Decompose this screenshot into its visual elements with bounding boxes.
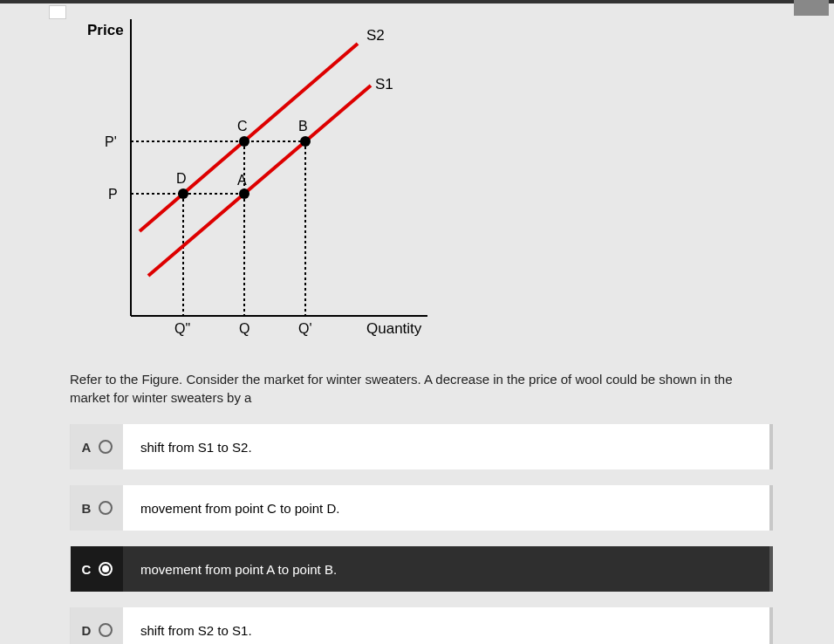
option-a[interactable]: A shift from S1 to S2.	[70, 424, 773, 469]
point-a-label: A	[237, 173, 247, 188]
point-d	[178, 188, 188, 199]
option-b-letter-box: B	[71, 485, 123, 531]
option-c-text: movement from point A to point B.	[123, 562, 337, 577]
y-tick-p-prime: P'	[105, 134, 117, 149]
option-d[interactable]: D shift from S2 to S1.	[70, 607, 773, 644]
option-c-letter-box: C	[71, 546, 123, 592]
option-d-letter: D	[81, 623, 92, 638]
x-tick-qprime: Q'	[298, 321, 312, 336]
point-c-label: C	[237, 119, 248, 134]
point-d-label: D	[176, 171, 187, 186]
radio-empty-icon	[99, 623, 113, 637]
tab-indicator	[49, 5, 66, 19]
option-a-letter: A	[81, 440, 92, 455]
header-grey-box	[794, 0, 829, 16]
option-d-letter-box: D	[71, 607, 123, 644]
y-tick-p: P	[108, 187, 118, 202]
x-tick-q2: Q"	[174, 321, 190, 336]
point-a	[239, 188, 250, 199]
option-c-letter: C	[81, 562, 92, 577]
point-b	[300, 136, 311, 147]
option-d-text: shift from S2 to S1.	[123, 623, 252, 638]
supply-curve-chart: Price Quantity P' P Q" Q Q'	[79, 19, 773, 354]
option-a-text: shift from S1 to S2.	[123, 440, 252, 455]
question-text: Refer to the Figure. Consider the market…	[70, 370, 773, 407]
option-a-letter-box: A	[71, 424, 123, 469]
point-b-label: B	[298, 119, 308, 134]
x-tick-q: Q	[239, 321, 250, 336]
curve-s2	[140, 44, 358, 231]
s2-label: S2	[366, 27, 385, 44]
y-axis-label: Price	[87, 22, 124, 38]
option-b-text: movement from point C to point D.	[123, 501, 339, 516]
option-b[interactable]: B movement from point C to point D.	[70, 485, 773, 531]
radio-selected-icon	[99, 562, 113, 576]
radio-empty-icon	[99, 440, 113, 454]
option-b-letter: B	[81, 501, 92, 516]
point-c	[239, 136, 250, 147]
x-axis-label: Quantity	[366, 320, 422, 337]
s1-label: S1	[375, 76, 393, 92]
option-c[interactable]: C movement from point A to point B.	[70, 546, 773, 592]
radio-empty-icon	[99, 501, 113, 515]
